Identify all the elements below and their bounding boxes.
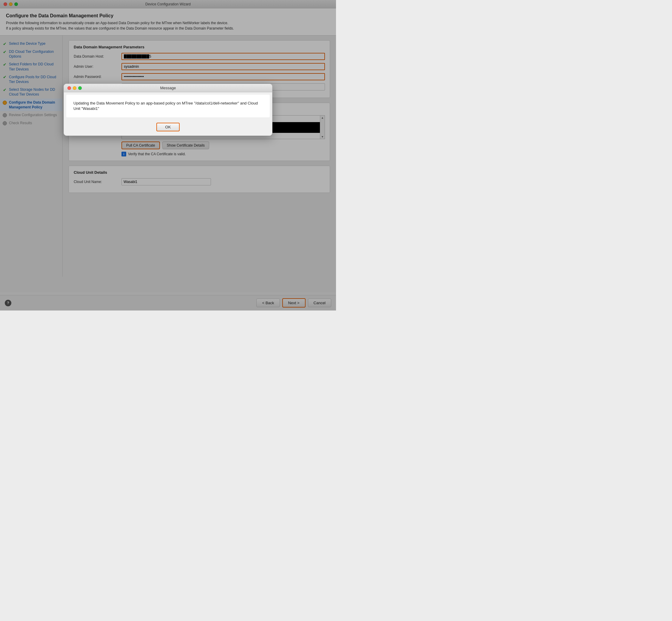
dialog-window-controls (68, 86, 82, 90)
dialog-title: Message (160, 86, 176, 90)
dialog-titlebar: Message (64, 84, 272, 92)
dialog-footer: OK (64, 120, 272, 135)
message-dialog: Message Updating the Data Movement Polic… (63, 84, 272, 136)
dialog-close-button[interactable] (68, 86, 71, 90)
dialog-message: Updating the Data Movement Policy to an … (66, 95, 270, 117)
modal-overlay: Message Updating the Data Movement Polic… (0, 0, 336, 310)
dialog-ok-button[interactable]: OK (156, 123, 180, 131)
dialog-minimize-button[interactable] (73, 86, 76, 90)
dialog-maximize-button[interactable] (78, 86, 82, 90)
